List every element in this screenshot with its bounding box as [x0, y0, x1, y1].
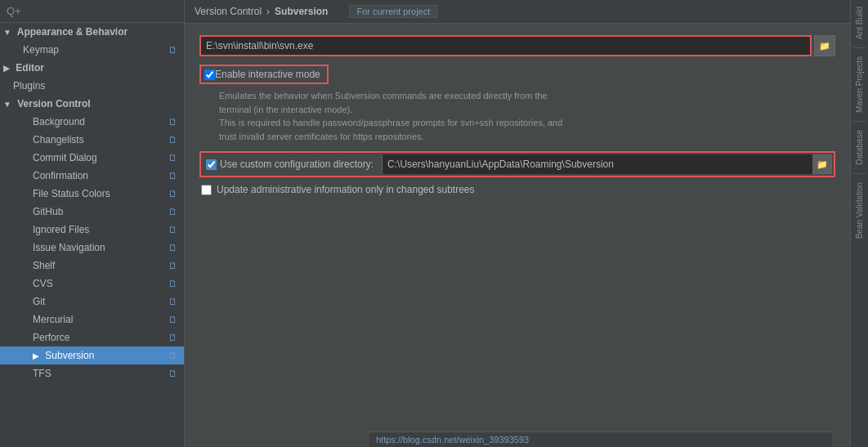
breadcrumb-part1: Version Control	[195, 6, 262, 17]
custom-config-dir-row: Use custom configuration directory: 📁	[199, 151, 835, 177]
sidebar-item-confirmation[interactable]: Confirmation 🗋	[0, 167, 184, 185]
page-icon-cvs: 🗋	[168, 279, 177, 288]
update-admin-label: Update administrative information only i…	[217, 184, 475, 195]
ant-build-tool[interactable]: Ant Build	[852, 0, 866, 46]
interactive-mode-description: Emulates the behavior when Subversion co…	[219, 89, 835, 143]
sidebar-label-subversion: Subversion	[45, 350, 94, 361]
sidebar-item-commit-dialog[interactable]: Commit Dialog 🗋	[0, 149, 184, 167]
sidebar-item-subversion[interactable]: ▶ Subversion 🗋	[0, 346, 184, 364]
sidebar-item-issue-navigation[interactable]: Issue Navigation 🗋	[0, 239, 184, 257]
sidebar-item-cvs[interactable]: CVS 🗋	[0, 275, 184, 293]
expand-arrow-vc: ▼	[3, 100, 11, 109]
sidebar-item-plugins[interactable]: Plugins	[0, 77, 184, 95]
sidebar-label-cvs: CVS	[33, 278, 53, 289]
sidebar-item-github[interactable]: GitHub 🗋	[0, 203, 184, 221]
page-icon-shelf: 🗋	[168, 261, 177, 270]
page-icon-background: 🗋	[168, 117, 177, 127]
url-text: https://blog.csdn.net/weixin_39393593	[376, 435, 529, 445]
page-icon-tfs: 🗋	[168, 369, 177, 378]
tool-divider-1	[853, 47, 866, 48]
breadcrumb: Version Control › Subversion For current…	[185, 0, 850, 24]
page-icon-keymap: 🗋	[168, 45, 177, 55]
sidebar-item-background[interactable]: Background 🗋	[0, 113, 184, 131]
use-custom-config-checkbox[interactable]	[206, 159, 217, 170]
breadcrumb-part2: Subversion	[275, 6, 328, 17]
desc-line3: This is required to handle password/pass…	[219, 116, 835, 130]
sidebar-item-appearance[interactable]: ▼ Appearance & Behavior	[0, 23, 184, 41]
content-area: 📁 Enable interactive mode Emulates the b…	[185, 24, 850, 447]
page-icon-perforce: 🗋	[168, 333, 177, 342]
search-bar[interactable]: Q+	[0, 0, 184, 23]
page-icon-confirmation: 🗋	[168, 171, 177, 181]
breadcrumb-separator: ›	[266, 6, 270, 17]
interactive-mode-section: Enable interactive mode	[199, 65, 835, 84]
svn-path-browse-button[interactable]: 📁	[814, 35, 835, 56]
folder-icon-config: 📁	[817, 159, 828, 170]
page-icon-mercurial: 🗋	[168, 315, 177, 324]
sidebar-label-plugins: Plugins	[13, 80, 45, 92]
sidebar-item-file-status-colors[interactable]: File Status Colors 🗋	[0, 185, 184, 203]
sidebar: Q+ ▼ Appearance & Behavior Keymap 🗋 ▶ Ed…	[0, 0, 185, 447]
sidebar-item-git[interactable]: Git 🗋	[0, 293, 184, 311]
sidebar-label-mercurial: Mercurial	[33, 314, 73, 325]
page-icon-github: 🗋	[168, 207, 177, 217]
desc-line2: terminal (in the interactive mode).	[219, 103, 835, 117]
sidebar-label-appearance: Appearance & Behavior	[17, 26, 128, 38]
folder-icon: 📁	[819, 41, 830, 51]
sidebar-item-tfs[interactable]: TFS 🗋	[0, 364, 184, 382]
svn-path-row: 📁	[199, 35, 835, 56]
sidebar-label-changelists: Changelists	[33, 134, 84, 145]
page-icon-issue-navigation: 🗋	[168, 243, 177, 253]
sidebar-label-github: GitHub	[33, 206, 63, 217]
sidebar-label-ignored-files: Ignored Files	[33, 224, 89, 235]
tool-divider-2	[853, 121, 866, 122]
sidebar-label-background: Background	[33, 116, 85, 127]
use-custom-config-label: Use custom configuration directory:	[220, 159, 374, 170]
sidebar-item-keymap[interactable]: Keymap 🗋	[0, 41, 184, 59]
bottom-url-bar: https://blog.csdn.net/weixin_39393593	[369, 431, 832, 447]
main-panel: Version Control › Subversion For current…	[185, 0, 850, 447]
sidebar-item-perforce[interactable]: Perforce 🗋	[0, 329, 184, 346]
sidebar-item-changelists[interactable]: Changelists 🗋	[0, 131, 184, 149]
page-icon-file-status-colors: 🗋	[168, 189, 177, 199]
bean-validation-tool[interactable]: Bean Validation	[852, 176, 866, 245]
expand-arrow-appearance: ▼	[3, 28, 11, 37]
desc-line1: Emulates the behavior when Subversion co…	[219, 89, 835, 103]
expand-arrow-subversion: ▶	[33, 351, 39, 360]
breadcrumb-tab[interactable]: For current project	[349, 5, 437, 18]
page-icon-subversion: 🗋	[168, 351, 177, 360]
sidebar-item-editor[interactable]: ▶ Editor	[0, 59, 184, 77]
sidebar-item-mercurial[interactable]: Mercurial 🗋	[0, 311, 184, 329]
sidebar-label-editor: Editor	[16, 62, 44, 74]
update-admin-checkbox[interactable]	[201, 185, 212, 195]
sidebar-label-git: Git	[33, 296, 45, 307]
sidebar-item-ignored-files[interactable]: Ignored Files 🗋	[0, 221, 184, 239]
right-panel: Ant Build Maven Projects Database Bean V…	[850, 0, 868, 447]
sidebar-section: ▼ Appearance & Behavior Keymap 🗋 ▶ Edito…	[0, 23, 184, 382]
page-icon-changelists: 🗋	[168, 135, 177, 145]
sidebar-item-shelf[interactable]: Shelf 🗋	[0, 257, 184, 275]
sidebar-label-tfs: TFS	[33, 368, 51, 379]
desc-line4: trust invalid server certificates for ht…	[219, 130, 835, 144]
sidebar-label-commit-dialog: Commit Dialog	[33, 152, 97, 163]
sidebar-label-perforce: Perforce	[33, 332, 69, 343]
search-icon: Q+	[7, 5, 21, 17]
database-tool[interactable]: Database	[852, 123, 866, 172]
interactive-mode-outlined-box: Enable interactive mode	[199, 65, 329, 84]
config-dir-browse-button[interactable]: 📁	[812, 154, 832, 174]
page-icon-commit-dialog: 🗋	[168, 153, 177, 163]
update-admin-row: Update administrative information only i…	[201, 184, 835, 195]
page-icon-ignored-files: 🗋	[168, 225, 177, 235]
enable-interactive-checkbox[interactable]	[204, 69, 215, 80]
tool-divider-3	[853, 173, 866, 174]
sidebar-item-version-control[interactable]: ▼ Version Control	[0, 95, 184, 113]
sidebar-label-vc: Version Control	[17, 98, 90, 110]
sidebar-label-keymap: Keymap	[23, 44, 59, 56]
sidebar-label-file-status-colors: File Status Colors	[33, 188, 110, 199]
maven-projects-tool[interactable]: Maven Projects	[852, 50, 866, 119]
expand-arrow-editor: ▶	[3, 64, 10, 73]
page-icon-git: 🗋	[168, 297, 177, 306]
svn-path-input[interactable]	[199, 35, 812, 56]
custom-config-path-input[interactable]	[382, 154, 812, 174]
sidebar-label-shelf: Shelf	[33, 260, 55, 271]
